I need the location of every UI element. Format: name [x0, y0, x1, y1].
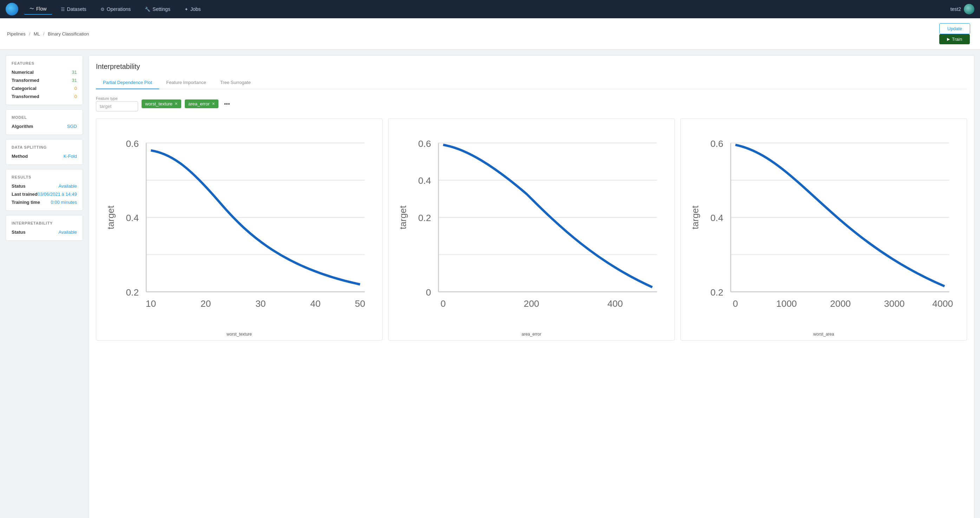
- breadcrumb-bar: Pipelines / ML / Binary Classification U…: [0, 18, 980, 49]
- svg-text:10: 10: [146, 298, 156, 309]
- nav-item-datasets[interactable]: ☰ Datasets: [55, 4, 92, 14]
- categorical-value: 0: [75, 86, 77, 91]
- tabs: Partial Dependence Plot Feature Importan…: [96, 76, 967, 89]
- svg-text:0: 0: [733, 298, 738, 309]
- feature-type-wrapper: Feature type: [96, 96, 138, 112]
- settings-icon: 🔧: [145, 7, 150, 12]
- svg-text:target: target: [105, 205, 116, 229]
- sidebar-row-transformed-1: Transformed 31: [11, 78, 77, 83]
- main-layout: FEATURES Numerical 31 Transformed 31 Cat…: [0, 49, 980, 518]
- tab-feature-importance[interactable]: Feature Importance: [159, 76, 213, 89]
- tag-area-error-close[interactable]: ✕: [212, 102, 215, 106]
- svg-text:20: 20: [200, 298, 211, 309]
- svg-text:2000: 2000: [830, 298, 851, 309]
- sidebar-results-card: RESULTS Status Available Last trained 03…: [6, 169, 83, 211]
- toolbar-actions: Update ▶ Train: [939, 23, 973, 44]
- tag-worst-texture-close[interactable]: ✕: [175, 102, 178, 106]
- nav-item-operations[interactable]: ⚙ Operations: [95, 4, 136, 14]
- sidebar-interpretability-card: INTERPRETABILITY Status Available: [6, 215, 83, 241]
- operations-icon: ⚙: [100, 7, 105, 12]
- charts-row: 0.6 0.4 0.2 10 20 30 40 50 target worst_…: [96, 118, 967, 341]
- chart-2-title: area_error: [392, 332, 671, 337]
- svg-text:0.2: 0.2: [710, 287, 723, 298]
- breadcrumb-ml[interactable]: ML: [34, 31, 40, 37]
- svg-text:40: 40: [310, 298, 320, 309]
- sidebar-row-method: Method K-Fold: [11, 153, 77, 159]
- algorithm-value: SGD: [67, 124, 77, 129]
- navbar: 〜 Flow ☰ Datasets ⚙ Operations 🔧 Setting…: [0, 0, 980, 18]
- algorithm-label: Algorithm: [11, 124, 33, 129]
- svg-text:0.6: 0.6: [418, 139, 431, 149]
- svg-text:200: 200: [524, 298, 539, 309]
- tab-tree-surrogate[interactable]: Tree Surrogate: [213, 76, 258, 89]
- model-section-title: MODEL: [11, 115, 77, 120]
- status-value: Available: [58, 183, 77, 189]
- chart-svg-2: 0.6 0.4 0.2 0 0 200 400 target: [392, 124, 671, 329]
- svg-text:0: 0: [426, 287, 431, 298]
- filter-row: Feature type worst_texture ✕ area_error …: [96, 96, 967, 112]
- update-button[interactable]: Update: [939, 23, 970, 34]
- app-logo[interactable]: [6, 3, 18, 16]
- sidebar: FEATURES Numerical 31 Transformed 31 Cat…: [6, 55, 83, 518]
- svg-text:400: 400: [607, 298, 623, 309]
- interp-status-label: Status: [11, 230, 25, 235]
- transformed-1-label: Transformed: [11, 78, 39, 83]
- flow-icon: 〜: [30, 6, 34, 12]
- svg-text:3000: 3000: [884, 298, 905, 309]
- categorical-label: Categorical: [11, 86, 37, 91]
- breadcrumb-pipelines[interactable]: Pipelines: [7, 31, 25, 37]
- svg-text:0.2: 0.2: [126, 287, 139, 298]
- features-section-title: FEATURES: [11, 61, 77, 65]
- user-avatar[interactable]: [964, 4, 974, 14]
- svg-text:0.4: 0.4: [710, 213, 723, 223]
- tag-area-error[interactable]: area_error ✕: [185, 99, 218, 108]
- method-label: Method: [11, 153, 28, 159]
- last-trained-value: 03/06/2021 à 14:49: [38, 191, 77, 197]
- svg-text:target: target: [690, 205, 700, 229]
- play-icon: ▶: [947, 37, 950, 41]
- nav-item-settings[interactable]: 🔧 Settings: [139, 4, 176, 14]
- sidebar-model-card: MODEL Algorithm SGD: [6, 109, 83, 135]
- chart-svg-1: 0.6 0.4 0.2 10 20 30 40 50 target: [100, 124, 379, 329]
- numerical-label: Numerical: [11, 70, 34, 75]
- sidebar-row-interp-status: Status Available: [11, 230, 77, 235]
- svg-text:target: target: [398, 205, 408, 229]
- sidebar-row-algorithm: Algorithm SGD: [11, 124, 77, 129]
- feature-type-label: Feature type: [96, 96, 138, 100]
- svg-text:30: 30: [255, 298, 266, 309]
- svg-text:1000: 1000: [776, 298, 797, 309]
- tag-worst-texture[interactable]: worst_texture ✕: [142, 99, 181, 108]
- sidebar-row-categorical: Categorical 0: [11, 86, 77, 91]
- feature-type-input[interactable]: [96, 101, 138, 112]
- chart-area-error: 0.6 0.4 0.2 0 0 200 400 target area_erro…: [388, 118, 675, 341]
- datasets-icon: ☰: [61, 7, 65, 12]
- sidebar-row-numerical: Numerical 31: [11, 70, 77, 75]
- datasplitting-section-title: DATA SPLITTING: [11, 145, 77, 149]
- chart-svg-3: 0.6 0.4 0.2 0 1000 2000 3000 4000 target: [684, 124, 963, 329]
- sidebar-features-card: FEATURES Numerical 31 Transformed 31 Cat…: [6, 55, 83, 105]
- svg-text:0.6: 0.6: [126, 139, 139, 149]
- nav-item-flow[interactable]: 〜 Flow: [24, 3, 52, 15]
- breadcrumb: Pipelines / ML / Binary Classification: [7, 31, 89, 37]
- train-button[interactable]: ▶ Train: [939, 34, 970, 44]
- svg-text:4000: 4000: [932, 298, 953, 309]
- tab-partial-dependence[interactable]: Partial Dependence Plot: [96, 76, 159, 89]
- more-tags-button[interactable]: •••: [222, 99, 232, 108]
- sidebar-row-transformed-2: Transformed 0: [11, 94, 77, 99]
- breadcrumb-binary-classification[interactable]: Binary Classification: [48, 31, 89, 37]
- chart-worst-area: 0.6 0.4 0.2 0 1000 2000 3000 4000 target…: [680, 118, 967, 341]
- page-title: Interpretability: [96, 62, 967, 71]
- nav-item-jobs[interactable]: ✦ Jobs: [179, 4, 207, 14]
- svg-text:0: 0: [441, 298, 446, 309]
- svg-text:0.6: 0.6: [710, 139, 723, 149]
- chart-3-title: worst_area: [684, 332, 963, 337]
- chart-1-title: worst_texture: [100, 332, 379, 337]
- status-label: Status: [11, 183, 25, 189]
- svg-text:50: 50: [355, 298, 365, 309]
- training-time-value: 0:00 minutes: [51, 199, 77, 205]
- training-time-label: Training time: [11, 199, 40, 205]
- interp-status-value: Available: [58, 230, 77, 235]
- sidebar-row-last-trained: Last trained 03/06/2021 à 14:49: [11, 191, 77, 197]
- interpretability-section-title: INTERPRETABILITY: [11, 221, 77, 225]
- transformed-1-value: 31: [72, 78, 77, 83]
